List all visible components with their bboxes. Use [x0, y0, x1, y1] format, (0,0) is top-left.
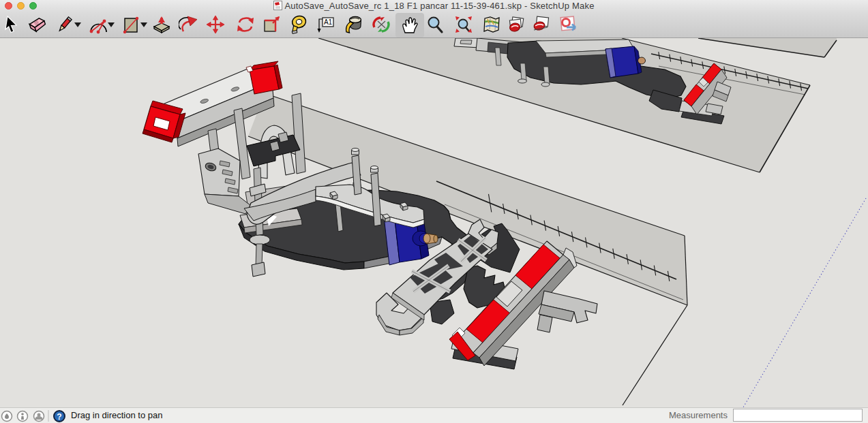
svg-text:?: ? — [57, 412, 61, 422]
svg-text:A1: A1 — [324, 18, 333, 26]
